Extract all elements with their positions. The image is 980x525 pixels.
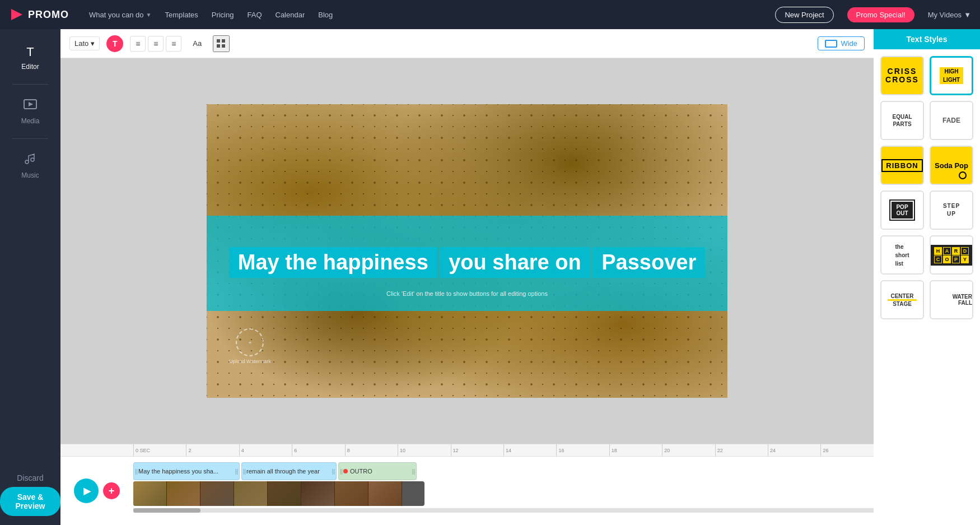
wide-format-button[interactable]: Wide [818,36,865,50]
step-up-text: STEPUP [943,202,960,218]
ruler-mark: 12 [451,444,503,456]
svg-rect-3 [217,39,220,43]
chevron-down-icon: ▾ [91,39,95,48]
sidebar-divider [12,84,49,85]
timeline-ruler: 0 SEC 2 4 6 8 10 12 14 16 18 20 22 24 26 [60,444,874,457]
timeline-scrollbar-thumb[interactable] [133,508,200,513]
nav-item-pricing[interactable]: Pricing [212,11,234,19]
ruler-mark: 6 [292,444,344,456]
svg-marker-0 [11,9,22,20]
ruler-mark: 10 [398,444,450,456]
play-button[interactable]: ▶ [74,478,99,503]
ruler-mark: 4 [239,444,292,456]
upload-watermark-button[interactable]: + Upload Watermark [229,328,271,364]
save-preview-button[interactable]: Save & Preview [0,487,60,516]
track-row-text: || May the happiness you sha... || || re… [133,461,874,481]
filmstrip-frame [335,481,368,506]
editor-toolbar: Lato ▾ T ≡ ≡ ≡ Aa [60,29,874,58]
nav-item-templates[interactable]: Templates [165,11,198,19]
right-panel: Text Styles CRISSCROSS HIGH LIGHT EQUALP… [874,29,980,525]
ruler-mark: 26 [820,444,873,456]
ruler-mark: 18 [609,444,662,456]
style-card-step-up[interactable]: STEPUP [930,191,973,230]
clip-dot [343,469,348,473]
center-area: Lato ▾ T ≡ ≡ ≡ Aa [60,29,874,525]
clip-handle-right: || [412,468,415,475]
ruler-mark: 24 [768,444,820,456]
ruler-mark: 14 [503,444,556,456]
style-card-waterfall[interactable]: WATERFALL [930,280,973,319]
video-canvas[interactable]: May the happiness you share on Passover … [207,104,727,398]
left-sidebar: T Editor Media Music Discard Save [0,29,60,525]
svg-marker-2 [29,102,33,106]
ruler-marks: 0 SEC 2 4 6 8 10 12 14 16 18 20 22 24 26 [133,444,874,456]
style-card-center-stage[interactable]: CENTER STAGE [880,280,924,319]
text-icon: T [26,45,34,59]
equal-parts-text: EQUALPARTS [893,113,912,128]
filmstrip-frame [368,481,402,506]
new-project-button[interactable]: New Project [775,7,833,23]
cyan-bar: May the happiness you share on Passover … [207,216,727,311]
ruler-mark: 2 [186,444,239,456]
style-card-ribbon[interactable]: RIBBON [880,146,924,185]
chevron-down-icon: ▼ [964,11,971,19]
style-card-fade[interactable]: FADE [930,101,973,140]
sidebar-item-label: Music [21,171,39,179]
clip-handle-left: || [243,468,246,475]
discard-button[interactable]: Discard [17,473,43,482]
promo-special-button[interactable]: Promo Special! [847,7,914,22]
filmstrip-frame [301,481,335,506]
clip-handle-left: || [135,468,138,475]
text-color-button[interactable]: T [106,35,123,52]
soda-dot [959,171,967,179]
filmstrip-frame [167,481,200,506]
sidebar-item-music[interactable]: Music [0,146,60,186]
nav-item-faq[interactable]: FAQ [247,11,262,19]
style-card-equal-parts[interactable]: EQUALPARTS [880,101,924,140]
text-size-button[interactable]: Aa [188,37,206,50]
font-selector[interactable]: Lato ▾ [69,36,100,50]
watermark-label: Upload Watermark [229,359,271,364]
video-filmstrip[interactable] [133,481,424,506]
style-card-highlight[interactable]: HIGH LIGHT [930,56,973,95]
sidebar-item-editor[interactable]: T Editor [0,38,60,77]
timeline-scrollbar[interactable] [133,508,874,513]
music-icon [24,152,36,168]
timeline-area: 0 SEC 2 4 6 8 10 12 14 16 18 20 22 24 26 [60,444,874,525]
filmstrip-frame [268,481,301,506]
top-navigation: PROMO What you can do ▼ Templates Pricin… [0,0,980,29]
timeline-clip[interactable]: || May the happiness you sha... || [133,462,240,480]
nav-item-what-you-can-do[interactable]: What you can do ▼ [89,11,151,19]
center-stage-text-2: STAGE [893,301,912,307]
style-card-soda-pop[interactable]: Soda Pop [930,146,973,185]
add-clip-button[interactable]: + [103,482,120,499]
highlight-text-block: HIGH LIGHT [940,67,963,84]
main-body: T Editor Media Music Discard Save [0,29,980,525]
style-card-pop-out[interactable]: POPOUT [880,191,924,230]
ribbon-text: RIBBON [881,159,922,172]
style-card-hard-copy[interactable]: H A R D C O P Y [930,235,973,275]
align-left-button[interactable]: ≡ [130,36,146,52]
short-list-text: theshortlist [895,243,909,268]
sidebar-divider [12,138,49,139]
play-icon: ▶ [83,485,91,497]
clip-handle-left: || [340,468,343,475]
align-right-button[interactable]: ≡ [166,36,181,52]
canvas-text-block[interactable]: May the happiness you share on Passover … [229,247,705,280]
sidebar-item-media[interactable]: Media [0,91,60,132]
timeline-clip-outro[interactable]: || OUTRO || [338,462,417,480]
timeline-clip[interactable]: || remain all through the year || [241,462,337,480]
nav-item-blog[interactable]: Blog [318,11,333,19]
logo[interactable]: PROMO [9,7,69,22]
align-center-button[interactable]: ≡ [148,36,164,52]
style-card-criss-cross[interactable]: CRISSCROSS [880,56,924,95]
style-card-short-list[interactable]: theshortlist [880,235,924,275]
grid-button[interactable] [213,35,230,52]
text-styles-header: Text Styles [874,29,980,49]
nav-item-calendar[interactable]: Calendar [276,11,305,19]
canvas-text-line3: Passover [592,247,705,278]
my-videos-button[interactable]: My Videos ▼ [928,11,971,19]
clip-label: May the happiness you sha... [138,468,218,475]
svg-rect-5 [217,44,220,48]
ruler-mark: 0 SEC [133,444,186,456]
